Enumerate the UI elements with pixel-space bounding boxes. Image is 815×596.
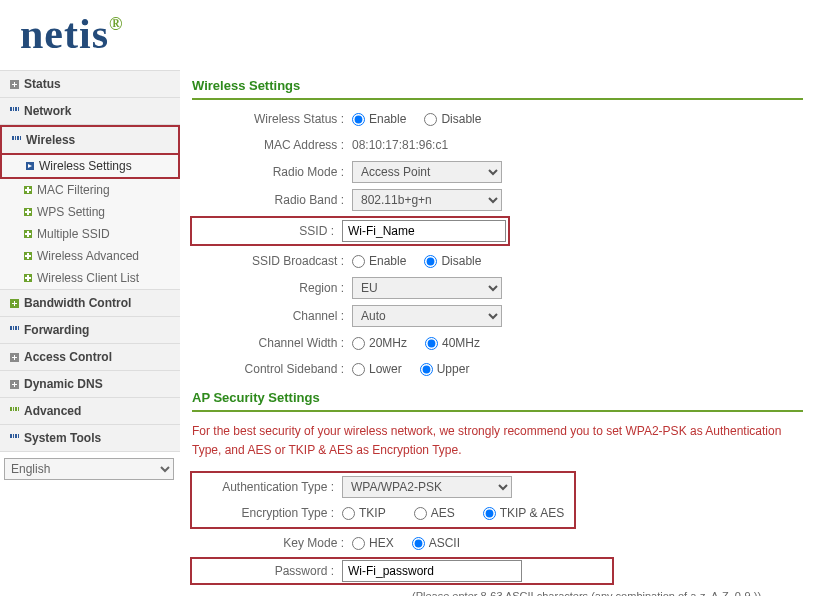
- subnav-wireless-client-list[interactable]: Wireless Client List: [24, 267, 180, 289]
- subnav-wireless-advanced[interactable]: Wireless Advanced: [24, 245, 180, 267]
- nav-label: Status: [24, 77, 61, 91]
- nav-label: Forwarding: [24, 323, 89, 337]
- enc-tkip[interactable]: TKIP: [342, 506, 386, 520]
- grid-icon: [10, 434, 19, 443]
- subnav-multiple-ssid[interactable]: Multiple SSID: [24, 223, 180, 245]
- radio-band-label: Radio Band :: [192, 193, 352, 207]
- auth-type-label: Authentication Type :: [192, 480, 342, 494]
- ssid-broadcast-label: SSID Broadcast :: [192, 254, 352, 268]
- plus-icon: [24, 230, 32, 238]
- sidebar-item-status[interactable]: Status: [0, 71, 180, 98]
- plus-icon: [24, 208, 32, 216]
- enc-type-label: Encryption Type :: [192, 506, 342, 520]
- subnav-label: Multiple SSID: [37, 227, 110, 241]
- enc-both[interactable]: TKIP & AES: [483, 506, 564, 520]
- subnav-mac-filtering[interactable]: MAC Filtering: [24, 179, 180, 201]
- grid-icon: [12, 136, 21, 145]
- subnav-label: WPS Setting: [37, 205, 105, 219]
- sidebar-item-bandwidth[interactable]: Bandwidth Control: [0, 290, 180, 317]
- mac-address-label: MAC Address :: [192, 138, 352, 152]
- wireless-status-disable[interactable]: Disable: [424, 112, 481, 126]
- ssid-input[interactable]: [342, 220, 506, 242]
- sideband-lower[interactable]: Lower: [352, 362, 402, 376]
- radio-label: Upper: [437, 362, 470, 376]
- channel-select[interactable]: Auto: [352, 305, 502, 327]
- nav-label: Dynamic DNS: [24, 377, 103, 391]
- sidebar-item-access-control[interactable]: Access Control: [0, 344, 180, 371]
- logo: netis®: [20, 11, 123, 57]
- region-select[interactable]: EU: [352, 277, 502, 299]
- subnav-label: Wireless Advanced: [37, 249, 139, 263]
- password-hint: (Please enter 8-63 ASCII characters (any…: [192, 586, 803, 596]
- sidebar-item-advanced[interactable]: Advanced: [0, 398, 180, 425]
- password-input[interactable]: [342, 560, 522, 582]
- key-mode-ascii[interactable]: ASCII: [412, 536, 460, 550]
- language-select[interactable]: English: [4, 458, 174, 480]
- content: Wireless Settings Wireless Status : Enab…: [180, 70, 815, 596]
- sidebar-item-system-tools[interactable]: System Tools: [0, 425, 180, 452]
- radio-label: 40MHz: [442, 336, 480, 350]
- radio-label: ASCII: [429, 536, 460, 550]
- wireless-status-enable[interactable]: Enable: [352, 112, 406, 126]
- plus-icon: [24, 274, 32, 282]
- nav-label: Network: [24, 104, 71, 118]
- channel-width-label: Channel Width :: [192, 336, 352, 350]
- radio-label: TKIP: [359, 506, 386, 520]
- sidebar-item-forwarding[interactable]: Forwarding: [0, 317, 180, 344]
- plus-icon: [10, 353, 19, 362]
- plus-icon: [10, 80, 19, 89]
- sideband-upper[interactable]: Upper: [420, 362, 470, 376]
- key-mode-label: Key Mode :: [192, 536, 352, 550]
- enc-aes[interactable]: AES: [414, 506, 455, 520]
- plus-icon: [10, 380, 19, 389]
- ssid-broadcast-disable[interactable]: Disable: [424, 254, 481, 268]
- key-mode-hex[interactable]: HEX: [352, 536, 394, 550]
- ssid-broadcast-enable[interactable]: Enable: [352, 254, 406, 268]
- radio-label: Enable: [369, 254, 406, 268]
- nav-label: System Tools: [24, 431, 101, 445]
- wireless-settings-title: Wireless Settings: [192, 70, 803, 100]
- radio-label: Disable: [441, 112, 481, 126]
- radio-label: Enable: [369, 112, 406, 126]
- grid-icon: [10, 107, 19, 116]
- control-sideband-label: Control Sideband :: [192, 362, 352, 376]
- subnav-wps-setting[interactable]: WPS Setting: [24, 201, 180, 223]
- plus-icon: [24, 186, 32, 194]
- nav-label: Bandwidth Control: [24, 296, 131, 310]
- radio-band-select[interactable]: 802.11b+g+n: [352, 189, 502, 211]
- subnav-label: Wireless Client List: [37, 271, 139, 285]
- wireless-status-label: Wireless Status :: [192, 112, 352, 126]
- radio-label: AES: [431, 506, 455, 520]
- radio-mode-select[interactable]: Access Point: [352, 161, 502, 183]
- security-settings-title: AP Security Settings: [192, 382, 803, 412]
- subnav-wireless-settings[interactable]: Wireless Settings: [26, 155, 178, 177]
- region-label: Region :: [192, 281, 352, 295]
- channel-width-20[interactable]: 20MHz: [352, 336, 407, 350]
- security-recommendation: For the best security of your wireless n…: [192, 418, 803, 470]
- nav-label: Access Control: [24, 350, 112, 364]
- arrow-icon: [26, 162, 34, 170]
- plus-icon: [10, 299, 19, 308]
- sidebar-item-dynamic-dns[interactable]: Dynamic DNS: [0, 371, 180, 398]
- grid-icon: [10, 326, 19, 335]
- sidebar-item-wireless[interactable]: Wireless: [0, 125, 180, 155]
- radio-mode-label: Radio Mode :: [192, 165, 352, 179]
- radio-label: Lower: [369, 362, 402, 376]
- radio-label: Disable: [441, 254, 481, 268]
- subnav-label: Wireless Settings: [39, 159, 132, 173]
- password-label: Password :: [192, 564, 342, 578]
- sidebar: Status Network Wireless Wireless Setting…: [0, 70, 180, 596]
- radio-label: HEX: [369, 536, 394, 550]
- grid-icon: [10, 407, 19, 416]
- nav-label: Wireless: [26, 133, 75, 147]
- plus-icon: [24, 252, 32, 260]
- auth-type-select[interactable]: WPA/WPA2-PSK: [342, 476, 512, 498]
- header: netis®: [0, 0, 815, 70]
- channel-label: Channel :: [192, 309, 352, 323]
- ssid-label: SSID :: [192, 224, 342, 238]
- sidebar-item-network[interactable]: Network: [0, 98, 180, 125]
- subnav-label: MAC Filtering: [37, 183, 110, 197]
- channel-width-40[interactable]: 40MHz: [425, 336, 480, 350]
- mac-address-value: 08:10:17:81:96:c1: [352, 138, 448, 152]
- radio-label: TKIP & AES: [500, 506, 564, 520]
